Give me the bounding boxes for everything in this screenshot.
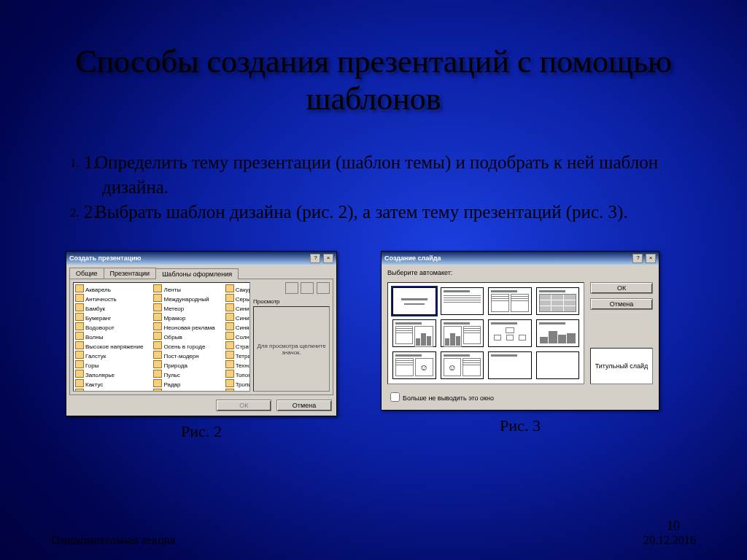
list-item[interactable]: Стратегия [225, 341, 250, 351]
list-item[interactable]: Международный [153, 294, 214, 303]
list-item[interactable]: Осень в городе [153, 341, 214, 351]
tab-general[interactable]: Общие [69, 268, 104, 279]
list-item[interactable]: Синий обе [225, 313, 250, 322]
tabs: Общие Презентации Шаблоны оформления [66, 265, 336, 279]
titlebar: Создание слайда ? × [382, 252, 659, 265]
titlebar: Создать презентацию ? × [66, 252, 336, 265]
slide: Способы создания презентаций с помощью ш… [0, 0, 747, 560]
list-item[interactable]: Кактус [75, 379, 143, 389]
list-col: Акварель Античность Бамбук Бумеранг Водо… [75, 284, 143, 389]
dont-show-checkbox[interactable] [390, 392, 400, 402]
list-item: 1.Определить тему презентации (шаблон те… [102, 150, 681, 200]
list-item[interactable]: Природа [153, 360, 214, 370]
list-item[interactable]: Горы [75, 360, 143, 370]
ok-button[interactable]: ОК [590, 282, 653, 294]
list-item: 2.Выбрать шаблон дизайна (рис. 2), а зат… [102, 200, 681, 225]
layout-title-only[interactable] [488, 351, 532, 379]
layout-text-clip[interactable]: ☺ [392, 351, 436, 379]
figure-1: Создать презентацию ? × Общие Презентаци… [66, 251, 337, 441]
list-item[interactable]: Тетрадь [225, 351, 250, 360]
footer: Ознакомительная лекция 20.12.2016 [0, 534, 747, 547]
tab-panel: Акварель Античность Бамбук Бумеранг Водо… [69, 279, 333, 395]
prompt-label: Выберите автомакет: [382, 265, 659, 276]
list-item[interactable]: Ржавый замок [153, 389, 214, 392]
dialog-buttons: ОК Отмена [66, 395, 336, 416]
ok-button[interactable]: ОК [216, 400, 271, 411]
checkbox-label: Больше не выводить это окно [403, 394, 494, 402]
list-item[interactable]: Синяя диа [225, 322, 250, 332]
close-icon[interactable]: × [646, 254, 656, 263]
figures-row: Создать презентацию ? × Общие Презентаци… [0, 242, 747, 441]
preview-pane: Просмотр Для просмотра щелкните значок. [253, 282, 330, 392]
list-item[interactable]: Водоворот [75, 322, 143, 332]
list-item[interactable]: Античность [75, 294, 143, 303]
dialog-create-presentation: Создать презентацию ? × Общие Презентаци… [66, 251, 337, 416]
list-item[interactable]: Пульс [153, 370, 214, 379]
list-item[interactable]: Заполярье [75, 370, 143, 379]
help-icon[interactable]: ? [632, 254, 643, 263]
list-item[interactable]: Бумеранг [75, 313, 143, 322]
layout-text-chart[interactable] [392, 319, 436, 347]
list-col: Сакура Серые пот Синие тон Синий обе Син… [225, 284, 250, 389]
list-item[interactable]: Галстук [75, 351, 143, 360]
view-list-icon[interactable] [301, 282, 314, 294]
list-item[interactable]: Высокое напряжение [75, 341, 143, 351]
preview-box: Для просмотра щелкните значок. [253, 306, 330, 392]
layout-chart-text[interactable] [441, 319, 484, 347]
footer-right: 20.12.2016 [643, 534, 696, 547]
list-col: Ленты Международный Метеор Мрамор Неонов… [153, 284, 214, 389]
list-item[interactable]: Волны [75, 332, 143, 341]
layout-bulleted[interactable] [441, 287, 484, 315]
dialog-title: Создать презентацию [69, 254, 141, 262]
view-large-icon[interactable] [285, 282, 298, 294]
list-item[interactable]: Пост-модерн [153, 351, 214, 360]
view-buttons [253, 282, 330, 295]
preview-label: Просмотр [253, 298, 330, 305]
list-item[interactable]: Радар [153, 379, 214, 389]
template-list[interactable]: Акварель Античность Бамбук Бумеранг Водо… [73, 282, 250, 392]
list-item[interactable]: Тростник [225, 389, 250, 392]
side-panel: ОК Отмена Титульный слайд [590, 282, 653, 384]
list-item[interactable]: Неоновая реклама [153, 322, 214, 332]
list-item[interactable]: Метеор [153, 303, 214, 313]
list-item[interactable]: Капсулы [75, 389, 143, 392]
list-item[interactable]: Ленты [153, 284, 214, 294]
list-item[interactable]: Мрамор [153, 313, 214, 322]
layout-title-slide[interactable] [392, 287, 436, 315]
content-list: 1.Определить тему презентации (шаблон те… [0, 143, 747, 224]
layout-grid: ☺ ☺ [392, 287, 579, 379]
checkbox-row: Больше не выводить это окно [382, 390, 659, 410]
figure-caption: Рис. 2 [66, 422, 337, 441]
list-item[interactable]: Серые пот [225, 294, 250, 303]
layout-clip-text[interactable]: ☺ [441, 351, 484, 379]
list-item[interactable]: Топограф [225, 370, 250, 379]
cancel-button[interactable]: Отмена [590, 298, 653, 310]
tab-presentations[interactable]: Презентации [104, 268, 157, 279]
cancel-button[interactable]: Отмена [276, 400, 332, 411]
selected-layout-label: Титульный слайд [590, 348, 653, 384]
list-item[interactable]: Сакура [225, 284, 250, 294]
window-buttons: ? × [309, 254, 333, 263]
list-item[interactable]: Солнечны [225, 332, 250, 341]
list-item[interactable]: Синие тон [225, 303, 250, 313]
list-item[interactable]: Обрыв [153, 332, 214, 341]
layouts-panel: ☺ ☺ [387, 282, 584, 384]
layout-blank[interactable] [536, 351, 580, 379]
layout-two-col[interactable] [488, 287, 532, 315]
dialog-body: ☺ ☺ ОК Отмена Титульный слайд [382, 276, 659, 390]
layout-table[interactable] [536, 287, 580, 315]
list-item[interactable]: Бамбук [75, 303, 143, 313]
window-buttons: ? × [632, 254, 656, 263]
list-item[interactable]: Акварель [75, 284, 143, 294]
close-icon[interactable]: × [323, 254, 333, 263]
layout-chart[interactable] [536, 319, 580, 347]
list-item[interactable]: Тропики [225, 379, 250, 389]
help-icon[interactable]: ? [310, 254, 320, 263]
tab-design-templates[interactable]: Шаблоны оформления [155, 268, 239, 279]
figure-2: Создание слайда ? × Выберите автомакет: [381, 251, 659, 441]
slide-title: Способы создания презентаций с помощью ш… [0, 0, 747, 125]
layout-org-chart[interactable] [488, 319, 532, 347]
footer-left: Ознакомительная лекция [51, 534, 176, 547]
view-details-icon[interactable] [317, 282, 330, 294]
list-item[interactable]: Технологи [225, 360, 250, 370]
